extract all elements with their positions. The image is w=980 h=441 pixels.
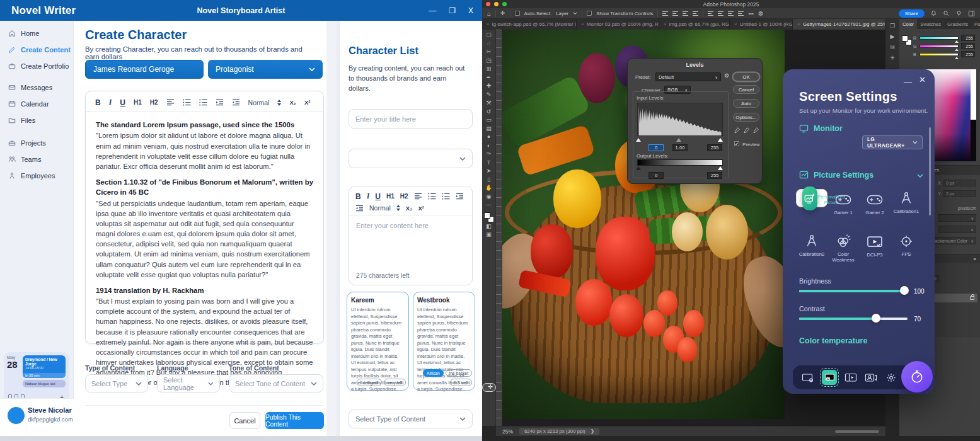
b-slider[interactable]: [919, 53, 959, 56]
type-tool[interactable]: T: [482, 159, 496, 168]
tag-pill[interactable]: African: [423, 369, 444, 377]
mode-fps[interactable]: FPS: [891, 234, 922, 257]
superscript-button[interactable]: X²: [304, 99, 311, 106]
align-top-icon[interactable]: [693, 11, 698, 16]
output-highlight-value[interactable]: 255: [707, 172, 722, 179]
gradient-tool[interactable]: ▤: [482, 125, 496, 134]
close-traffic-light[interactable]: [486, 2, 490, 6]
sidebar-item-files[interactable]: Files: [0, 112, 73, 129]
output-shadow-value[interactable]: 0: [649, 172, 664, 179]
preset-gear-icon[interactable]: ⚙: [724, 72, 729, 79]
align-center-icon[interactable]: [672, 11, 678, 16]
tab-swatches[interactable]: Swatches: [917, 19, 944, 29]
paragraph-style-select[interactable]: Normal: [369, 204, 391, 212]
path-select-tool[interactable]: ➤: [482, 167, 496, 176]
indent-icon[interactable]: [216, 99, 224, 106]
gray-point-eyedropper-icon[interactable]: [742, 127, 750, 134]
midtone-input-slider[interactable]: [676, 138, 681, 142]
props-dropdown[interactable]: ∨: [938, 214, 976, 222]
levels-dialog[interactable]: Levels Preset: Default∨ ⚙ Channel: RGB∨ …: [627, 58, 763, 184]
character-role-select[interactable]: Protagonist: [208, 60, 323, 79]
zoom-traffic-light[interactable]: [502, 2, 507, 6]
mode-calibration1[interactable]: Calibration1: [891, 192, 922, 214]
character-name-input[interactable]: [85, 60, 204, 79]
tag-pill[interactable]: Intelligent: [357, 379, 382, 386]
monitor-dropdown[interactable]: LG ULTRAGEAR+: [862, 135, 923, 149]
picture-settings-section[interactable]: Picture Settings: [799, 170, 873, 180]
mode-personalized-picture[interactable]: Personalized Picture: [796, 189, 827, 207]
tone-select[interactable]: Select Tone of Content: [229, 374, 323, 392]
outdent-icon[interactable]: [232, 99, 240, 106]
doc-tab[interactable]: ×img.psb @ 66.7% (gui, RGB/8#…: [659, 19, 730, 30]
align-left-icon[interactable]: [166, 99, 175, 106]
brightness-slider[interactable]: [799, 286, 908, 295]
background-color-dropdown[interactable]: Background Color∨: [930, 237, 976, 244]
panel-scrollbar[interactable]: [929, 127, 931, 215]
props-dropdown[interactable]: ∨: [938, 226, 976, 233]
actions-panel-icon[interactable]: ▶: [891, 33, 895, 40]
mode-calibration2[interactable]: Calibration2: [796, 234, 827, 257]
gear-icon[interactable]: [885, 372, 897, 383]
outdent-icon[interactable]: [355, 205, 364, 212]
move-tool-icon[interactable]: ✛: [500, 10, 505, 16]
content-editor[interactable]: B I U H1 H2 Normal X₂ X² Ente: [349, 186, 473, 285]
bold-button[interactable]: B: [95, 98, 101, 107]
layer-dropdown[interactable]: Layer: [556, 11, 568, 16]
h1-button[interactable]: H1: [134, 99, 142, 106]
zoom-tool[interactable]: ◉: [482, 193, 496, 202]
character-card-kareem[interactable]: Kareem Ut interdum rutrum eleifend, Susp…: [347, 292, 409, 391]
panel-menu-icon[interactable]: ≡: [974, 256, 976, 262]
hand-tool[interactable]: ✋: [482, 184, 496, 193]
auto-select-checkbox[interactable]: [515, 11, 520, 16]
b-value[interactable]: 255: [961, 51, 975, 57]
align-left-icon[interactable]: [662, 11, 668, 16]
cancel-button[interactable]: Cancel: [733, 85, 759, 94]
x-field[interactable]: 0 px: [943, 180, 976, 186]
calendar-event[interactable]: Draymond / New Jorge 14:00-15:00 In 30 m…: [23, 355, 66, 378]
picture-mode-icon-selected[interactable]: [822, 370, 837, 385]
g-slider[interactable]: [919, 45, 959, 48]
move-tool[interactable]: ✛: [482, 383, 496, 392]
share-button[interactable]: Share: [899, 9, 925, 18]
ok-button[interactable]: OK: [733, 72, 759, 81]
show-transform-checkbox[interactable]: [587, 11, 592, 16]
g-value[interactable]: 255: [961, 43, 975, 49]
eyedropper-tool[interactable]: ✒: [482, 74, 496, 83]
minimize-button[interactable]: —: [429, 6, 436, 15]
chevron-down-icon[interactable]: [917, 174, 923, 178]
close-tab-icon[interactable]: ×: [581, 21, 584, 27]
monitor-settings-icon[interactable]: [802, 372, 814, 383]
mode-gamer-1[interactable]: Gamer 1: [827, 193, 859, 215]
minimize-traffic-light[interactable]: [494, 2, 499, 6]
output-highlight-slider[interactable]: [718, 166, 723, 170]
close-tab-icon[interactable]: ×: [797, 21, 800, 27]
history-brush-tool[interactable]: ↺: [482, 108, 496, 117]
history-panel-icon[interactable]: ❐: [890, 23, 895, 29]
minimize-button[interactable]: —: [904, 77, 912, 86]
r-value[interactable]: 255: [961, 35, 975, 41]
style-stepper[interactable]: [396, 205, 400, 211]
subscript-button[interactable]: X₂: [289, 99, 296, 106]
sidebar-item-employees[interactable]: Employees: [0, 168, 73, 184]
options-button[interactable]: Options...: [733, 113, 759, 122]
numbered-list-icon[interactable]: [199, 99, 207, 106]
brush-tool[interactable]: ✎: [482, 91, 496, 100]
tag-pill[interactable]: very tall: [384, 379, 406, 386]
character-card-westbrook[interactable]: Westbrook Ut interdum rutrum eleifend, S…: [413, 292, 475, 391]
input-midtone-value[interactable]: 1.00: [672, 144, 688, 151]
preset-dropdown[interactable]: Default∨: [655, 72, 721, 81]
bell-icon[interactable]: [930, 10, 937, 17]
highlight-input-slider[interactable]: [718, 138, 723, 142]
cancel-button[interactable]: Cancel: [229, 412, 260, 429]
distribute-right-icon[interactable]: [738, 11, 744, 16]
h2-button[interactable]: H2: [400, 193, 408, 200]
layout-icon[interactable]: [845, 372, 857, 383]
foreground-color[interactable]: [484, 212, 490, 219]
publish-button[interactable]: Publish This Content: [265, 412, 324, 429]
screen-mode-button[interactable]: ▣: [482, 231, 496, 239]
more-tools[interactable]: ⋯: [482, 201, 496, 210]
workspace-icon[interactable]: [968, 10, 975, 17]
output-shadow-slider[interactable]: [636, 166, 641, 170]
distribute-v-icon[interactable]: [718, 11, 723, 16]
more-options[interactable]: •••: [748, 11, 753, 16]
